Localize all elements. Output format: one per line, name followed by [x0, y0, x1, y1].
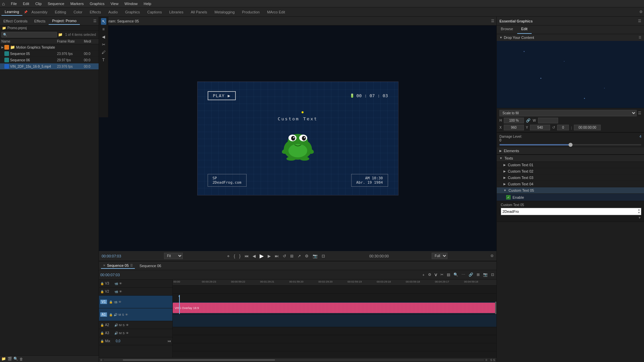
menu-graphics[interactable]: Graphics: [87, 1, 107, 6]
search-folder-icon[interactable]: 📁: [58, 33, 63, 37]
lock-icon[interactable]: 🔒: [100, 340, 104, 343]
list-item[interactable]: ▼ Custom Text 05: [497, 187, 644, 194]
new-bin-icon[interactable]: 📁: [1, 357, 6, 361]
tab-effects[interactable]: Effects: [86, 9, 104, 15]
menu-file[interactable]: File: [8, 1, 19, 6]
menu-markers[interactable]: Markers: [68, 1, 87, 6]
track-select-tool[interactable]: ≡: [101, 26, 106, 33]
add-marker-icon[interactable]: ⋄: [226, 253, 231, 259]
damage-slider-thumb[interactable]: [569, 143, 573, 147]
a1-select-indicator[interactable]: A1: [100, 312, 107, 317]
tab-editing[interactable]: Editing: [52, 9, 70, 15]
text-tool[interactable]: T: [101, 57, 106, 63]
drop-menu-icon[interactable]: ☰: [639, 36, 641, 39]
custom-text-05-input[interactable]: [501, 208, 641, 215]
monitor-menu-icon[interactable]: ☰: [491, 19, 494, 23]
eg-tab-browse[interactable]: Browse: [497, 25, 517, 34]
step-forward-icon[interactable]: ▶: [266, 253, 272, 259]
multi-cam-icon[interactable]: ⊡: [320, 253, 326, 259]
quality-dropdown[interactable]: Full 1/2 1/4: [432, 253, 447, 259]
go-to-out-icon[interactable]: ⏭: [273, 253, 280, 259]
lock-icon[interactable]: 🔒: [100, 290, 104, 293]
audio-track-icon[interactable]: 🔊: [114, 313, 117, 316]
lock-icon[interactable]: 🔒: [100, 331, 104, 335]
visibility-icon[interactable]: 👁: [119, 282, 122, 285]
project-search-input[interactable]: [1, 32, 57, 38]
tab-marco-edit[interactable]: MArco Edit: [264, 9, 288, 15]
export-frame-icon[interactable]: 📷: [311, 253, 319, 259]
eg-menu-icon[interactable]: ☰: [638, 19, 641, 23]
tab-production[interactable]: Production: [239, 9, 263, 15]
step-back-icon[interactable]: ◀: [251, 253, 257, 259]
list-item[interactable]: ▶ Custom Text 02: [497, 168, 644, 175]
project-row[interactable]: ▶ Sequence 06 29.97 fps 00:0: [0, 57, 99, 63]
m-button[interactable]: M: [119, 323, 122, 327]
lock-icon[interactable]: 🔒: [100, 323, 104, 327]
tl-link-icon[interactable]: 🔗: [468, 272, 474, 277]
timecode-display[interactable]: 00:00:07:03: [102, 254, 121, 258]
menu-sequence[interactable]: Sequence: [45, 1, 67, 6]
audio-visibility-icon[interactable]: 👁: [126, 323, 129, 327]
audio-track-icon[interactable]: 🔊: [114, 323, 118, 327]
timeline-tab-seq06[interactable]: Sequence 06: [138, 263, 163, 268]
settings-btn[interactable]: ⚙: [490, 254, 494, 258]
panel-menu-button[interactable]: ☰: [91, 18, 99, 24]
delete-icon[interactable]: 🗑: [19, 357, 23, 361]
tl-camera-icon[interactable]: 📷: [482, 272, 489, 277]
tab-learning[interactable]: Learning: [1, 8, 22, 16]
visibility-icon[interactable]: 👁: [118, 300, 121, 304]
scale-dropdown[interactable]: Scale to fill: [499, 110, 637, 116]
w-input[interactable]: [538, 118, 558, 123]
set-out-icon[interactable]: }: [238, 253, 242, 259]
timeline-tab-seq05[interactable]: ✕ Sequence 05 ☰: [101, 263, 135, 269]
tl-tool-edit[interactable]: ✂: [439, 272, 444, 277]
ruler-bar[interactable]: 00:00 00:00:29:23 00:00:59:22 00:01:29:2…: [173, 280, 496, 286]
timecode-input[interactable]: [574, 125, 601, 130]
fit-dropdown[interactable]: Fit 25% 50% 100%: [164, 253, 183, 259]
tab-libraries[interactable]: Libraries: [166, 9, 186, 15]
safe-margins-icon[interactable]: ⊞: [289, 253, 295, 259]
razor-tool[interactable]: ✂: [101, 41, 106, 48]
tab-audio[interactable]: Audio: [105, 9, 121, 15]
ripple-tool[interactable]: ◀: [101, 34, 106, 40]
tab-graphics[interactable]: Graphics: [122, 9, 143, 15]
tl-search-icon[interactable]: 🔍: [452, 272, 459, 277]
close-icon[interactable]: ✕: [103, 264, 106, 267]
menu-view[interactable]: View: [108, 1, 121, 6]
audio-visibility-icon[interactable]: 👁: [125, 313, 128, 316]
timeline-playhead[interactable]: ▼: [179, 295, 180, 314]
x-input[interactable]: [504, 125, 524, 130]
vhs-clip[interactable]: VHS Overlay 16:9: [173, 303, 496, 313]
tab-effect-controls[interactable]: Effect Controls: [0, 18, 31, 24]
expand-text-icon[interactable]: ▼: [638, 216, 641, 220]
tab-captions[interactable]: Captions: [144, 9, 165, 15]
tl-tool-select[interactable]: V: [434, 273, 438, 277]
project-row[interactable]: ▶ Sequence 05 23.976 fps 00:0: [0, 51, 99, 57]
new-item-icon[interactable]: 🎬: [7, 357, 12, 361]
audio-track-icon[interactable]: 🔊: [114, 331, 118, 335]
timeline-scroll-track[interactable]: [104, 359, 484, 361]
chain-link-icon[interactable]: 🔗: [526, 118, 531, 123]
video-track-icon[interactable]: 📹: [114, 300, 117, 304]
menu-icon[interactable]: ☰: [130, 264, 133, 267]
texts-header[interactable]: ▼ Texts: [497, 155, 644, 162]
lock-icon[interactable]: 🔒: [109, 300, 113, 304]
m-button[interactable]: M: [118, 313, 121, 316]
s-button[interactable]: S: [122, 313, 124, 316]
project-row[interactable]: ▶ 📁 Motion Graphics Template: [0, 44, 99, 51]
tab-color[interactable]: Color: [70, 9, 86, 15]
select-tool[interactable]: ↖: [101, 18, 106, 25]
col-med-header[interactable]: Medi: [84, 40, 97, 43]
col-fps-header[interactable]: Frame Rate: [57, 40, 84, 43]
tl-timecode-display[interactable]: 00:00:07:03: [100, 273, 120, 277]
scroll-end-marker[interactable]: [485, 359, 487, 361]
list-item[interactable]: ▶ Custom Text 04: [497, 181, 644, 187]
tl-tool-ripple[interactable]: ▤: [446, 272, 451, 277]
tab-assembly[interactable]: Assembly: [28, 9, 51, 15]
list-item[interactable]: ▶ Custom Text 01: [497, 162, 644, 168]
visibility-icon[interactable]: 👁: [119, 290, 122, 293]
tl-add-track-icon[interactable]: +: [421, 273, 425, 277]
s-button[interactable]: S: [123, 331, 125, 335]
lock-icon[interactable]: 🔒: [100, 282, 104, 285]
expand-arrow-icon[interactable]: ▶: [1, 46, 4, 49]
